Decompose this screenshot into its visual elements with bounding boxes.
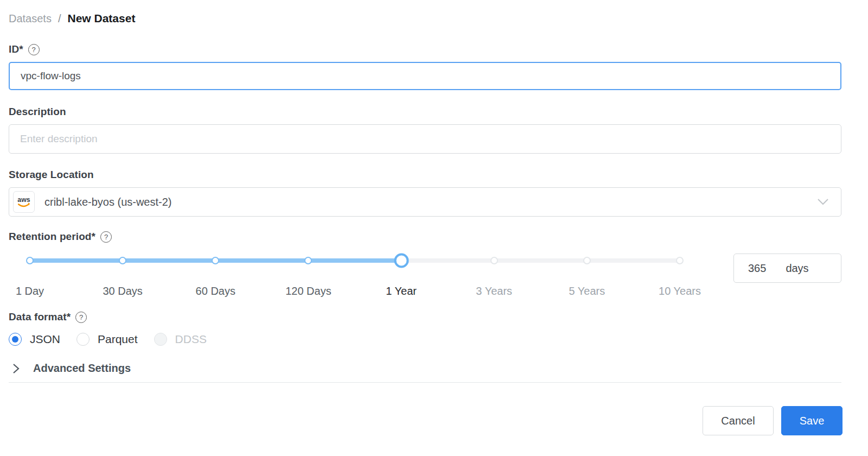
slider-mark[interactable]: 3 Years (476, 285, 512, 297)
aws-logo-text: aws (17, 196, 30, 204)
storage-location-value: cribl-lake-byos (us-west-2) (44, 196, 172, 208)
breadcrumb-item-datasets[interactable]: Datasets (9, 12, 52, 25)
radio-label: DDSS (175, 333, 207, 346)
data-format-radio-group: JSON Parquet DDSS (9, 332, 841, 347)
slider-stop-3-years[interactable] (490, 257, 498, 264)
new-dataset-form: Datasets / New Dataset ID* ? Description… (9, 0, 841, 456)
description-label: Description (9, 106, 66, 118)
form-actions: Cancel Save (703, 406, 843, 435)
slider-mark[interactable]: 1 Day (16, 285, 44, 297)
slider-mark[interactable]: 10 Years (659, 285, 701, 297)
slider-stop-30-days[interactable] (119, 257, 126, 264)
retention-period-label: Retention period* (9, 231, 95, 243)
save-button[interactable]: Save (781, 406, 843, 435)
data-format-label: Data format* (9, 311, 71, 323)
id-help-icon[interactable]: ? (28, 44, 40, 55)
slider-stop-10-years[interactable] (676, 257, 684, 264)
radio-disabled-icon (154, 333, 167, 346)
retention-period-help-icon[interactable]: ? (100, 231, 112, 243)
retention-days-input[interactable]: 365 days (733, 254, 841, 283)
slider-mark-selected[interactable]: 1 Year (386, 285, 417, 297)
radio-unselected-icon (76, 333, 90, 346)
advanced-settings-toggle[interactable]: Advanced Settings (9, 362, 841, 383)
radio-label: JSON (30, 333, 60, 346)
data-format-help-icon[interactable]: ? (75, 312, 87, 323)
page-title: New Dataset (68, 12, 136, 25)
slider-mark[interactable]: 60 Days (196, 285, 235, 297)
id-label: ID* (9, 43, 23, 55)
breadcrumb: Datasets / New Dataset (9, 12, 841, 28)
chevron-right-icon (12, 363, 20, 375)
radio-option-json[interactable]: JSON (9, 333, 60, 346)
retention-slider-area: 1 Day 30 Days 60 Days 120 Days 1 Year 3 … (9, 244, 841, 305)
slider-mark[interactable]: 30 Days (103, 285, 142, 297)
aws-icon: aws (13, 191, 35, 213)
slider-stop-5-years[interactable] (583, 257, 591, 264)
slider-mark[interactable]: 120 Days (285, 285, 331, 297)
slider-stop-120-days[interactable] (304, 257, 312, 264)
storage-location-label: Storage Location (9, 169, 94, 181)
description-input[interactable] (9, 124, 841, 154)
radio-selected-icon (9, 333, 22, 346)
id-input[interactable] (9, 62, 841, 90)
retention-days-unit: days (786, 262, 808, 275)
radio-label: Parquet (98, 333, 138, 346)
advanced-settings-label: Advanced Settings (33, 362, 131, 375)
chevron-down-icon (817, 198, 829, 206)
breadcrumb-separator: / (58, 12, 61, 25)
slider-stop-60-days[interactable] (212, 257, 219, 264)
cancel-button[interactable]: Cancel (703, 406, 774, 435)
radio-option-parquet[interactable]: Parquet (76, 333, 138, 346)
radio-option-ddss: DDSS (154, 333, 207, 346)
slider-stop-1-day[interactable] (26, 257, 34, 264)
retention-slider[interactable] (30, 257, 680, 264)
slider-mark[interactable]: 5 Years (569, 285, 605, 297)
retention-days-value[interactable]: 365 (748, 262, 766, 275)
storage-location-select[interactable]: aws cribl-lake-byos (us-west-2) (9, 187, 841, 217)
slider-marks: 1 Day 30 Days 60 Days 120 Days 1 Year 3 … (30, 285, 680, 299)
slider-handle[interactable] (394, 254, 409, 268)
